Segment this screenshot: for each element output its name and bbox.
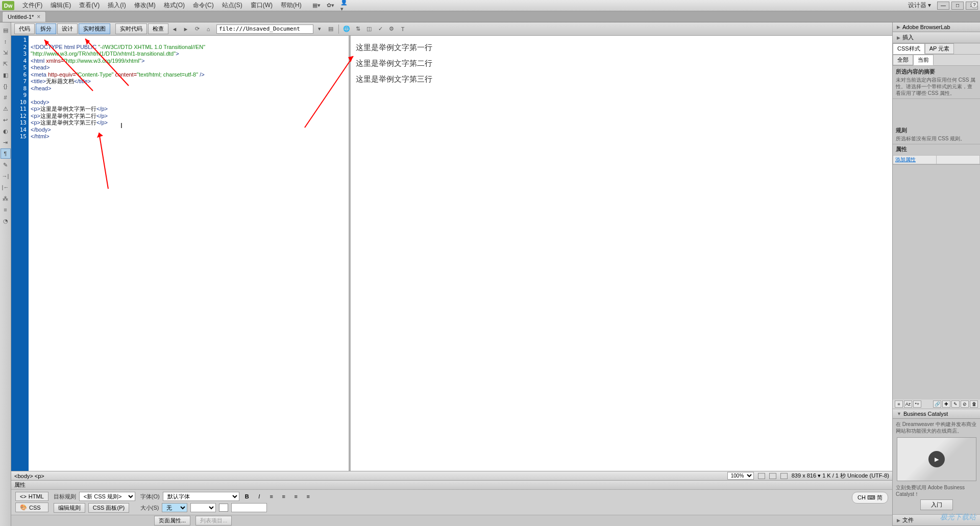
address-input[interactable]: [216, 24, 313, 34]
auto-indent-icon[interactable]: ⇥: [1, 137, 11, 147]
page-properties-button[interactable]: 页面属性...: [154, 516, 190, 525]
bold-button[interactable]: B: [242, 492, 252, 500]
files-panel-tab[interactable]: ▶文件: [893, 515, 980, 526]
open-documents-icon[interactable]: ▤: [1, 25, 11, 35]
maximize-button[interactable]: □: [951, 2, 964, 10]
select-tool-icon[interactable]: [758, 473, 765, 479]
add-property-link[interactable]: 添加属性: [893, 156, 937, 164]
refresh-icon[interactable]: ⟳: [192, 24, 202, 34]
layout-icon[interactable]: ▦▾: [312, 2, 321, 9]
expand-all-icon[interactable]: ⇱: [1, 59, 11, 69]
properties-header[interactable]: 属性 ?: [11, 481, 892, 490]
preview-browser-icon[interactable]: 🌐: [341, 24, 352, 34]
size-unit-select[interactable]: [190, 503, 216, 512]
business-catalyst-tab[interactable]: ▼Business Catalyst: [893, 409, 980, 419]
outdent-icon[interactable]: |←: [1, 182, 11, 192]
live-code-button[interactable]: 实时代码: [115, 23, 147, 34]
inspect-button[interactable]: 检查: [148, 23, 168, 34]
document-options-icon[interactable]: ▤: [326, 24, 336, 34]
zoom-selector[interactable]: 100%: [727, 472, 754, 480]
disable-style-icon[interactable]: ⊘: [961, 400, 969, 408]
hidden-chars-icon[interactable]: ¶: [1, 148, 11, 159]
target-rule-select[interactable]: <新 CSS 规则>: [79, 492, 135, 501]
html-mode-button[interactable]: <> HTML: [15, 492, 48, 501]
bc-start-button[interactable]: 入门: [920, 499, 953, 510]
size-select[interactable]: 无: [162, 503, 187, 512]
extend-icon[interactable]: ✿▾: [326, 2, 335, 9]
document-tab[interactable]: Untitled-1* ×: [2, 11, 46, 22]
css-current-tab[interactable]: 当前: [913, 55, 934, 65]
menu-file[interactable]: 文件(F): [18, 0, 46, 11]
menu-insert[interactable]: 插入(I): [104, 0, 130, 11]
zoom-tool-icon[interactable]: [780, 473, 788, 479]
check-compat-icon[interactable]: ⚙: [386, 24, 397, 34]
tab-close-icon[interactable]: ×: [37, 13, 40, 20]
color-input[interactable]: [231, 503, 267, 512]
code-pane[interactable]: 123456789101112131415 <!DOCTYPE html PUB…: [11, 36, 351, 471]
word-wrap-icon[interactable]: ↩: [1, 115, 11, 125]
ime-indicator[interactable]: CH ⌨ 简: [852, 492, 888, 504]
comment-icon[interactable]: ⁂: [1, 193, 11, 204]
category-view-icon[interactable]: ≡: [895, 400, 903, 408]
attach-stylesheet-icon[interactable]: 🔗: [933, 400, 941, 408]
format-source-icon[interactable]: ≡: [1, 205, 11, 215]
workspace-switcher[interactable]: 设计器 ▾: [904, 0, 935, 11]
show-code-nav-icon[interactable]: ↕: [1, 36, 11, 46]
menu-view[interactable]: 查看(V): [75, 0, 104, 11]
file-management-icon[interactable]: ⇅: [353, 24, 363, 34]
address-dropdown-icon[interactable]: ▾: [314, 24, 325, 34]
home-icon[interactable]: ⌂: [203, 24, 213, 34]
indent-icon[interactable]: →|: [1, 171, 11, 181]
menu-modify[interactable]: 修改(M): [130, 0, 160, 11]
css-props-table[interactable]: 添加属性: [893, 155, 980, 164]
validate-icon[interactable]: ✓: [375, 24, 385, 34]
visual-aids-icon[interactable]: ◫: [364, 24, 374, 34]
select-parent-icon[interactable]: ◧: [1, 70, 11, 80]
menu-site[interactable]: 站点(S): [218, 0, 247, 11]
collapse-tag-icon[interactable]: ⇲: [1, 47, 11, 58]
title-icon[interactable]: T: [398, 24, 408, 34]
balance-braces-icon[interactable]: {}: [1, 81, 11, 91]
align-left-button[interactable]: ≡: [267, 492, 276, 500]
view-live-button[interactable]: 实时视图: [79, 23, 110, 34]
live-view-pane[interactable]: 这里是举例文字第一行 这里是举例文字第二行 这里是举例文字第三行: [351, 36, 892, 471]
back-icon[interactable]: ◄: [169, 24, 180, 34]
bc-video-thumbnail[interactable]: ▶: [897, 437, 976, 481]
play-icon[interactable]: ▶: [928, 451, 945, 467]
view-design-button[interactable]: 设计: [57, 23, 78, 34]
ap-elements-tab[interactable]: AP 元素: [925, 43, 954, 54]
snippet-icon[interactable]: ✎: [1, 160, 11, 170]
code-editor[interactable]: <!DOCTYPE html PUBLIC "-//W3C//DTD XHTML…: [29, 36, 349, 471]
insert-panel-tab[interactable]: ▶插入: [893, 32, 980, 43]
tag-path[interactable]: <body> <p>: [14, 473, 44, 479]
css-styles-tab[interactable]: CSS样式: [893, 43, 925, 54]
syntax-color-icon[interactable]: ◐: [1, 126, 11, 136]
set-view-icon[interactable]: *+: [913, 400, 921, 408]
highlight-invalid-icon[interactable]: ⚠: [1, 104, 11, 114]
edit-style-icon[interactable]: ✎: [951, 400, 960, 408]
view-split-button[interactable]: 拆分: [36, 23, 56, 34]
css-all-tab[interactable]: 全部: [893, 55, 913, 65]
browserlab-panel-tab[interactable]: ▶Adobe BrowserLab: [893, 22, 980, 32]
list-view-icon[interactable]: Az: [904, 400, 912, 408]
new-rule-icon[interactable]: ✚: [942, 400, 950, 408]
menu-format[interactable]: 格式(O): [160, 0, 189, 11]
menu-edit[interactable]: 编辑(E): [46, 0, 75, 11]
menu-window[interactable]: 窗口(W): [247, 0, 277, 11]
font-select[interactable]: 默认字体: [163, 492, 239, 501]
italic-button[interactable]: I: [255, 492, 264, 500]
align-justify-button[interactable]: ≡: [304, 492, 313, 500]
forward-icon[interactable]: ►: [181, 24, 191, 34]
text-color-swatch[interactable]: [219, 504, 228, 512]
delete-style-icon[interactable]: 🗑: [970, 400, 978, 408]
line-numbers-icon[interactable]: #: [1, 92, 11, 103]
edit-rule-button[interactable]: 编辑规则: [54, 503, 85, 513]
css-mode-button[interactable]: 🎨 CSS: [15, 503, 48, 512]
view-code-button[interactable]: 代码: [14, 23, 35, 34]
recent-snippets-icon[interactable]: ◔: [1, 216, 11, 226]
site-icon[interactable]: 👤▾: [340, 2, 350, 9]
help-icon[interactable]: ?: [971, 1, 978, 8]
menu-commands[interactable]: 命令(C): [189, 0, 218, 11]
hand-tool-icon[interactable]: [769, 473, 776, 479]
minimize-button[interactable]: —: [937, 2, 949, 10]
